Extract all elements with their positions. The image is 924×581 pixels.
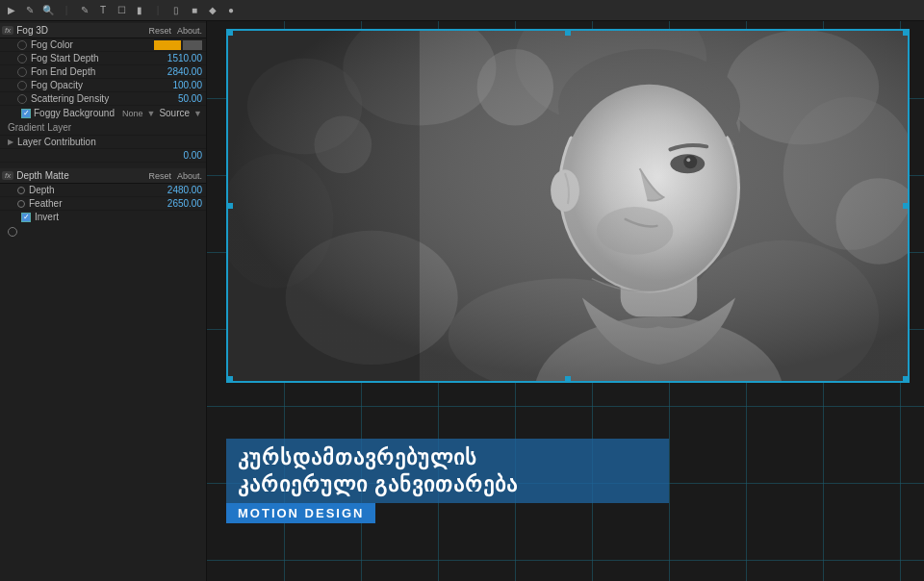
motion-design-label: MOTION DESIGN (238, 506, 364, 520)
tool-pen[interactable]: ✎ (77, 3, 92, 18)
fog-opacity-label: Fog Opacity (31, 80, 172, 90)
fog-color-row: Fog Color (0, 38, 206, 52)
handle-top-mid[interactable] (565, 30, 571, 36)
bottom-dot-row (0, 223, 206, 239)
layer-contribution-triangle: ▶ (8, 138, 13, 146)
depth-stopwatch[interactable] (17, 187, 25, 194)
fog-start-stopwatch[interactable] (17, 54, 27, 63)
fog-opacity-value[interactable]: 100.00 (172, 80, 202, 90)
motion-design-bar: MOTION DESIGN (226, 503, 375, 523)
toolbar: ▶ ✎ 🔍 | ✎ T ☐ ▮ | ▯ ■ ◆ ● (0, 0, 924, 21)
feather-stopwatch[interactable] (17, 200, 25, 208)
georgian-text: კურსდამთავრებულის კარიერული განვითარება (226, 439, 669, 503)
portrait-svg (228, 31, 908, 381)
depth-matte-about[interactable]: About. (177, 171, 202, 181)
fog-end-value[interactable]: 2840.00 (167, 66, 202, 77)
tool-eraser[interactable]: ▯ (168, 3, 184, 18)
source-dropdown-arrow[interactable]: ▼ (146, 109, 155, 118)
georgian-line1: კურსდამთავრებულის (238, 444, 657, 472)
fog-end-depth-row: Fon End Depth 2840.00 (0, 65, 206, 79)
depth-fx-badge: fx (2, 171, 13, 180)
foggy-bg-row: ✓ Foggy Background None ▼ Source ▼ (0, 106, 206, 120)
grid-h-5 (207, 406, 924, 407)
preview-area[interactable]: კურსდამთავრებულის კარიერული განვითარება … (207, 21, 924, 581)
depth-matte-title: Depth Matte (16, 170, 68, 181)
tool-separator2: | (150, 3, 166, 18)
depth-matte-header-right: Reset About. (148, 171, 202, 181)
tool-zoom[interactable]: 🔍 (40, 3, 56, 18)
fog-opacity-stopwatch[interactable] (17, 81, 27, 90)
svg-rect-26 (228, 31, 908, 381)
fog-color-swatch2[interactable] (183, 40, 202, 50)
bottom-dot (8, 227, 17, 237)
feather-row: Feather 2650.00 (0, 197, 206, 211)
left-panel: fx Fog 3D Reset About. Fog Color Fog Sta… (0, 21, 207, 581)
tool-clone[interactable]: ■ (187, 3, 202, 18)
handle-bottom-left[interactable] (227, 376, 233, 382)
fx-badge: fx (2, 26, 13, 35)
depth-matte-section: fx Depth Matte Reset About. Depth 2480.0… (0, 164, 206, 240)
tool-select[interactable]: ▶ (4, 3, 19, 18)
fog3d-about[interactable]: About. (177, 26, 202, 36)
layer-contribution-label: Layer Contribution (17, 137, 202, 147)
tool-camera[interactable]: ● (223, 3, 239, 18)
foggy-bg-label: Foggy Background (34, 108, 115, 118)
depth-label: Depth (29, 185, 167, 195)
tool-text[interactable]: T (95, 3, 111, 18)
depth-matte-header-left: fx Depth Matte (2, 170, 69, 181)
handle-mid-left[interactable] (227, 203, 233, 209)
feather-value[interactable]: 2650.00 (167, 198, 202, 209)
fog3d-header-left: fx Fog 3D (2, 25, 48, 36)
layer-contribution-value[interactable]: 0.00 (184, 150, 202, 161)
foggy-bg-check-mark: ✓ (23, 109, 30, 117)
fog3d-header: fx Fog 3D Reset About. (0, 23, 206, 38)
tool-hand[interactable]: ✎ (22, 3, 38, 18)
gradient-layer-row: Gradient Layer (0, 120, 206, 136)
fog-start-value[interactable]: 1510.00 (167, 53, 202, 63)
foggy-bg-checkbox[interactable]: ✓ (21, 109, 31, 118)
main-layout: fx Fog 3D Reset About. Fog Color Fog Sta… (0, 21, 924, 581)
scattering-label: Scattering Density (31, 93, 178, 104)
fog3d-title: Fog 3D (16, 25, 48, 36)
fog-opacity-row: Fog Opacity 100.00 (0, 79, 206, 92)
fog-color-stopwatch[interactable] (17, 40, 27, 50)
handle-bottom-mid[interactable] (565, 376, 571, 382)
scattering-density-row: Scattering Density 50.00 (0, 92, 206, 106)
fog-end-stopwatch[interactable] (17, 67, 27, 77)
none-label: None (122, 109, 143, 118)
source-label: Source (159, 108, 190, 118)
foggy-bg-checkbox-item: ✓ Foggy Background (21, 108, 115, 118)
fog3d-section: fx Fog 3D Reset About. Fog Color Fog Sta… (0, 21, 206, 164)
georgian-line2: კარიერული განვითარება (238, 471, 657, 499)
photo-container (226, 29, 910, 383)
invert-row: ✓ Invert (0, 211, 206, 223)
handle-top-right[interactable] (903, 30, 909, 36)
grid-h-7 (207, 560, 924, 561)
scattering-stopwatch[interactable] (17, 94, 27, 104)
tool-eyedrop[interactable]: ◆ (205, 3, 220, 18)
fog-end-label: Fon End Depth (31, 66, 167, 77)
invert-checkbox[interactable]: ✓ (21, 213, 31, 222)
fog3d-reset[interactable]: Reset (148, 26, 171, 36)
source-arrow[interactable]: ▼ (193, 109, 202, 118)
fog-color-label: Fog Color (31, 39, 154, 50)
scattering-value[interactable]: 50.00 (178, 93, 202, 104)
layer-contribution-value-row: 0.00 (0, 149, 206, 163)
invert-label: Invert (35, 212, 202, 222)
tool-shape[interactable]: ☐ (114, 3, 129, 18)
gradient-layer-label: Gradient Layer (8, 122, 71, 133)
text-overlay: კურსდამთავრებულის კარიერული განვითარება … (226, 439, 669, 523)
fog-start-depth-row: Fog Start Depth 1510.00 (0, 52, 206, 65)
depth-matte-reset[interactable]: Reset (148, 171, 171, 181)
photo-bw (228, 31, 908, 381)
feather-label: Feather (29, 198, 167, 209)
tool-separator: | (59, 3, 74, 18)
tool-brush[interactable]: ▮ (132, 3, 147, 18)
handle-mid-right[interactable] (903, 203, 909, 209)
handle-bottom-right[interactable] (903, 376, 909, 382)
fog-color-swatch[interactable] (154, 40, 181, 50)
layer-contribution-row: ▶ Layer Contribution (0, 136, 206, 149)
depth-value[interactable]: 2480.00 (167, 185, 202, 195)
handle-top-left[interactable] (227, 30, 233, 36)
depth-matte-header: fx Depth Matte Reset About. (0, 168, 206, 184)
